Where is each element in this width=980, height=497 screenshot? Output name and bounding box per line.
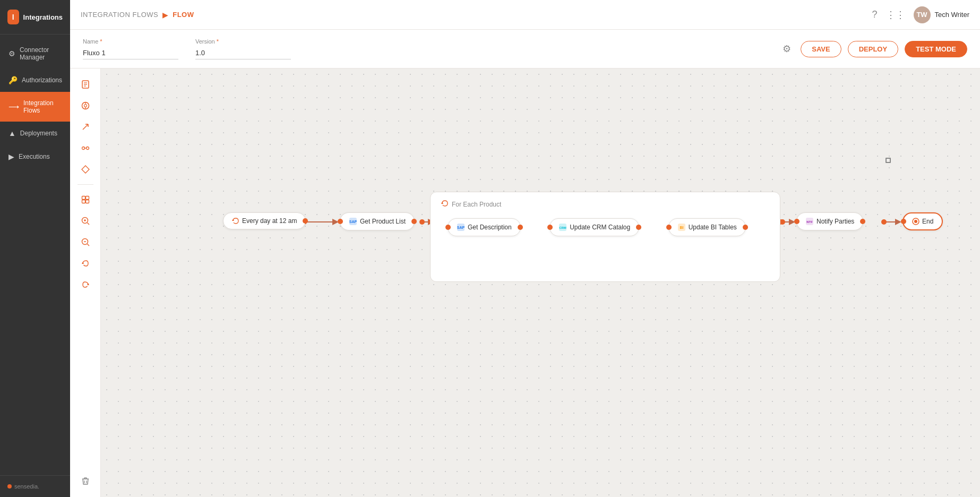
logo-icon: I (7, 10, 19, 24)
sidebar-label-flows: Integration Flows (23, 99, 62, 114)
save-button[interactable]: SAVE (801, 41, 841, 57)
cursor (886, 158, 891, 163)
toolbar-divider-1 (78, 184, 93, 185)
grid-icon[interactable]: ⋮⋮ (886, 9, 905, 21)
sidebar-label-executions: Executions (19, 153, 50, 160)
zoom-in-tool[interactable] (76, 211, 95, 230)
foreach-container: For Each Product SAP Get Description (430, 192, 780, 282)
breadcrumb-current: Flow (173, 11, 194, 19)
delete-tool[interactable] (76, 472, 95, 491)
svg-point-5 (84, 105, 87, 107)
sidebar: I Integrations ⚙ Connector Manager 🔑 Aut… (0, 0, 70, 497)
component-tool[interactable] (76, 96, 95, 115)
sensedia-dot (7, 484, 12, 489)
end-label: End (922, 218, 933, 225)
svg-text:BI: BI (680, 226, 683, 229)
header-actions: ⚙ SAVE DEPLOY TEST MODE (779, 40, 967, 58)
sidebar-item-connector-manager[interactable]: ⚙ Connector Manager (0, 39, 70, 68)
update-bi-label: Update BI Tables (689, 224, 737, 231)
breadcrumb-parent: INTEGRATION FLOWS (81, 11, 158, 19)
avatar: TW (914, 6, 931, 23)
sidebar-item-executions[interactable]: ▶ Executions (0, 145, 70, 168)
version-field-group: Version * (195, 38, 291, 59)
update-bi-node[interactable]: BI Update BI Tables (668, 218, 746, 236)
node-dot-right-product (411, 219, 417, 224)
user-name: Tech Writer (935, 11, 970, 19)
zoom-out-tool[interactable] (76, 233, 95, 252)
flows-icon: ⟶ (8, 102, 19, 111)
svg-text:SAP: SAP (457, 226, 465, 229)
target-tool[interactable] (76, 190, 95, 209)
get-product-node[interactable]: SAP Get Product List (340, 212, 415, 230)
help-icon[interactable]: ? (872, 9, 877, 20)
flow-canvas[interactable]: For Each Product SAP Get Description (101, 68, 980, 497)
topbar-right: ? ⋮⋮ TW Tech Writer (872, 6, 969, 23)
test-mode-button[interactable]: TEST MODE (905, 41, 967, 57)
name-input[interactable] (83, 47, 178, 59)
trigger-node[interactable]: Every day at 12 am (223, 212, 306, 229)
sensedia-logo: sensedia. (7, 483, 39, 490)
deploy-icon: ▲ (8, 129, 16, 138)
notify-parties-node[interactable]: NTF Notify Parties (796, 212, 863, 230)
required-star-version: * (217, 38, 219, 45)
settings-button[interactable]: ⚙ (779, 40, 794, 58)
svg-rect-15 (85, 200, 89, 203)
doc-tool[interactable] (76, 75, 95, 94)
user-menu[interactable]: TW Tech Writer (914, 6, 970, 23)
breadcrumb: INTEGRATION FLOWS ▶ Flow (81, 11, 872, 19)
sidebar-nav: ⚙ Connector Manager 🔑 Authorizations ⟶ I… (0, 35, 70, 475)
sidebar-item-authorizations[interactable]: 🔑 Authorizations (0, 68, 70, 92)
auth-icon: 🔑 (8, 76, 18, 84)
node-dot-left-desc (445, 225, 451, 230)
condition-tool[interactable] (76, 160, 95, 179)
node-dot-right-notify (860, 219, 865, 224)
required-star-name: * (100, 38, 102, 45)
get-description-node[interactable]: SAP Get Description (448, 218, 521, 236)
svg-rect-13 (85, 196, 89, 200)
svg-text:SAP: SAP (349, 220, 357, 224)
app-logo: I Integrations (0, 0, 70, 35)
foreach-text: For Each Product (452, 201, 501, 208)
transform-tool[interactable] (76, 139, 95, 158)
svg-marker-11 (82, 166, 89, 173)
get-product-label: Get Product List (360, 218, 406, 225)
name-field-group: Name * (83, 38, 178, 59)
left-toolbar (70, 68, 101, 497)
deploy-button[interactable]: DEPLOY (848, 41, 898, 57)
sidebar-label-deployments: Deployments (20, 130, 57, 137)
version-input[interactable] (195, 47, 291, 59)
arrows-svg (101, 68, 980, 497)
update-crm-label: Update CRM Catalog (570, 224, 630, 231)
svg-marker-41 (441, 202, 443, 204)
sidebar-bottom: sensedia. (0, 475, 70, 497)
sensedia-text: sensedia. (14, 483, 39, 490)
end-node[interactable]: End (902, 212, 943, 230)
node-dot-right-crm (636, 225, 641, 230)
trigger-label: Every day at 12 am (242, 217, 297, 225)
node-dot-left-notify (794, 219, 800, 224)
update-crm-node[interactable]: CRM Update CRM Catalog (549, 218, 639, 236)
sidebar-item-deployments[interactable]: ▲ Deployments (0, 122, 70, 145)
notify-parties-label: Notify Parties (816, 218, 854, 225)
link-tool[interactable] (76, 117, 95, 136)
sidebar-item-integration-flows[interactable]: ⟶ Integration Flows (0, 92, 70, 122)
foreach-icon (441, 200, 449, 209)
svg-point-38 (780, 219, 785, 225)
undo-tool[interactable] (76, 254, 95, 273)
svg-line-21 (87, 244, 89, 246)
foreach-label: For Each Product (441, 200, 769, 209)
node-dot-right-trigger (303, 218, 308, 224)
svg-point-40 (881, 219, 887, 225)
app-name: Integrations (23, 13, 63, 21)
canvas-wrapper: For Each Product SAP Get Description (70, 68, 980, 497)
redo-tool[interactable] (76, 275, 95, 294)
get-description-label: Get Description (468, 224, 512, 231)
topbar: INTEGRATION FLOWS ▶ Flow ? ⋮⋮ TW Tech Wr… (70, 0, 980, 30)
version-label: Version * (195, 38, 291, 45)
svg-text:NTF: NTF (806, 220, 813, 224)
svg-point-8 (82, 147, 84, 150)
sidebar-label-connector: Connector Manager (20, 46, 62, 61)
node-dot-right-desc (518, 225, 523, 230)
flow-header: Name * Version * ⚙ SAVE DEPLOY TEST MODE (70, 30, 980, 68)
node-dot-left-product (338, 219, 343, 224)
